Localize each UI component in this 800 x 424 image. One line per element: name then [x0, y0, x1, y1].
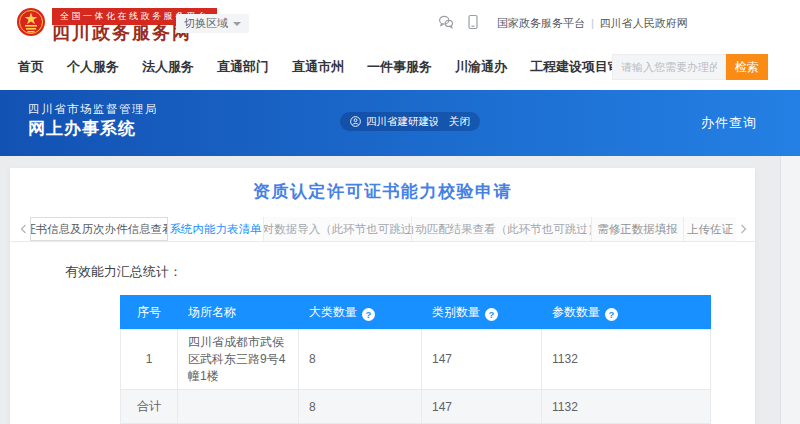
link-sichuan-gov[interactable]: 四川省人民政府网	[600, 17, 688, 29]
cell-total-categories: 147	[422, 390, 542, 424]
tab-system-capability-list[interactable]: 系统内能力表清单	[168, 217, 264, 241]
portal-links: 国家政务服务平台|四川省人民政府网	[497, 16, 688, 31]
nav-item-chuanyu[interactable]: 川渝通办	[455, 58, 507, 76]
cell-site-name: 四川省成都市武侯区武科东三路9号4幢1楼	[178, 330, 299, 390]
site-title: 四川政务服务网	[52, 21, 192, 45]
help-icon[interactable]: ?	[485, 308, 498, 321]
logout-close-button[interactable]: 关闭	[449, 115, 470, 129]
nav-item-departments[interactable]: 直通部门	[217, 58, 269, 76]
user-icon	[350, 116, 361, 127]
scrollbar-track[interactable]	[780, 156, 800, 424]
col-header-major-categories: 大类数量?	[299, 296, 422, 330]
table-header-row: 序号 场所名称 大类数量? 类别数量? 参数数量?	[121, 296, 711, 330]
nav-item-one-thing[interactable]: 一件事服务	[367, 58, 432, 76]
cell-categories: 147	[422, 330, 542, 390]
cell-total-major-categories: 8	[299, 390, 422, 424]
search-input[interactable]	[612, 54, 726, 80]
table-total-row: 合计 8 147 1132	[121, 390, 711, 424]
page-title: 资质认定许可证书能力校验申请	[10, 180, 755, 203]
cell-total-label: 合计	[121, 390, 178, 424]
section-title: 有效能力汇总统计：	[65, 263, 182, 281]
links-divider: |	[591, 17, 594, 29]
user-badge: 四川省建研建设工程质... 关闭	[340, 112, 480, 131]
cell-empty	[178, 390, 299, 424]
search-button[interactable]: 检索	[726, 54, 768, 80]
col-header-site-name: 场所名称	[178, 296, 299, 330]
tab-data-correction[interactable]: 需修正数据填报	[592, 217, 684, 241]
nav-item-personal-services[interactable]: 个人服务	[67, 58, 119, 76]
region-switch-label: 切换区域	[184, 16, 228, 31]
link-national-platform[interactable]: 国家政务服务平台	[497, 17, 585, 29]
col-header-categories: 类别数量?	[422, 296, 542, 330]
tab-auto-match-results[interactable]: 自动匹配结果查看（此环节也可跳过）	[412, 217, 592, 241]
table-row: 1 四川省成都市武侯区武科东三路9号4幢1楼 8 147 1132	[121, 330, 711, 390]
chevron-down-icon	[233, 22, 241, 26]
main-nav: 首页 个人服务 法人服务 直通部门 直通市州 一件事服务 川渝通办 工程建设项目…	[0, 44, 800, 90]
tab-upload-evidence[interactable]: 上传佐证	[684, 217, 736, 241]
wechat-icon[interactable]	[438, 14, 454, 30]
tab-certificate-info[interactable]: 证书信息及历次办件信息查看	[30, 217, 168, 241]
capability-summary-table: 序号 场所名称 大类数量? 类别数量? 参数数量? 1 四川省成都市武侯区武科东…	[120, 295, 711, 424]
chevron-left-icon	[20, 224, 27, 234]
nav-item-legal-services[interactable]: 法人服务	[142, 58, 194, 76]
col-header-parameters: 参数数量?	[542, 296, 711, 330]
top-bar: 全国一体化在线政务服务平台 四川政务服务网 切换区域 国家政务服务平台|四川省人…	[0, 0, 800, 44]
application-query-link[interactable]: 办件查询	[701, 114, 757, 132]
system-name: 网上办事系统	[28, 117, 136, 140]
nav-item-home[interactable]: 首页	[18, 58, 44, 76]
tabs-scroll-left[interactable]	[16, 217, 30, 241]
user-name: 四川省建研建设工程质...	[366, 115, 438, 129]
content-card: 资质认定许可证书能力校验申请 证书信息及历次办件信息查看 系统内能力表清单 比对…	[10, 168, 755, 424]
nav-item-cities[interactable]: 直通市州	[292, 58, 344, 76]
chevron-right-icon	[740, 224, 747, 234]
step-tabs: 证书信息及历次办件信息查看 系统内能力表清单 比对数据导入（此环节也可跳过） 自…	[10, 217, 755, 242]
cell-parameters: 1132	[542, 330, 711, 390]
cell-total-parameters: 1132	[542, 390, 711, 424]
bureau-name: 四川省市场监督管理局	[28, 102, 158, 117]
tabs-scroll-right[interactable]	[736, 217, 750, 241]
col-header-index: 序号	[121, 296, 178, 330]
system-header-band: 四川省市场监督管理局 网上办事系统 四川省建研建设工程质... 关闭 办件查询	[0, 90, 800, 156]
cell-index: 1	[121, 330, 178, 390]
cell-major-categories: 8	[299, 330, 422, 390]
national-emblem-logo	[16, 7, 46, 37]
region-switch-button[interactable]: 切换区域	[176, 14, 249, 33]
mobile-phone-icon[interactable]	[465, 14, 481, 30]
help-icon[interactable]: ?	[362, 308, 375, 321]
help-icon[interactable]: ?	[605, 308, 618, 321]
tab-comparison-data-import[interactable]: 比对数据导入（此环节也可跳过）	[264, 217, 412, 241]
